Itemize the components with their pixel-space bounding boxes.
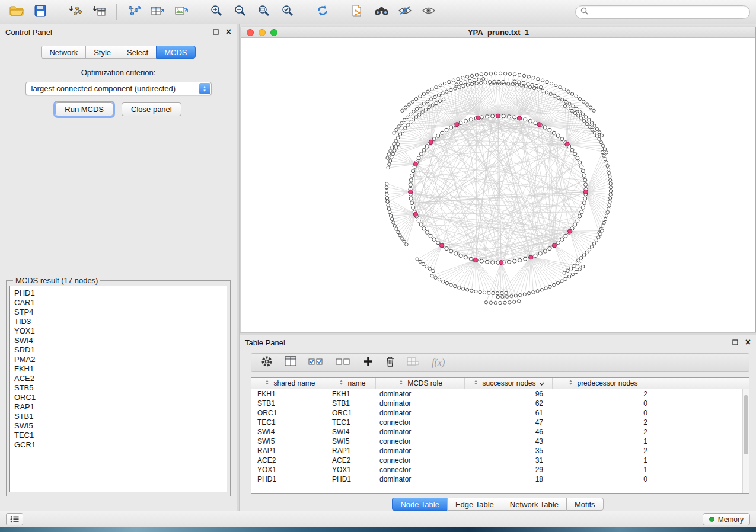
binoculars-icon — [374, 6, 389, 18]
zoom-selected-icon — [281, 4, 294, 20]
tab-select[interactable]: Select — [119, 46, 156, 59]
mcds-result-item[interactable]: ORC1 — [14, 393, 227, 402]
toolbar-separator — [305, 4, 305, 20]
show-columns-button[interactable] — [285, 356, 296, 369]
zoom-out-button[interactable] — [229, 3, 251, 21]
share-document-button[interactable] — [347, 3, 368, 21]
search-network-button[interactable] — [371, 3, 392, 21]
optimization-criterion-select[interactable]: largest connected component (undirected)… — [25, 82, 212, 95]
close-panel-icon[interactable]: × — [226, 27, 231, 37]
tab-edge-table[interactable]: Edge Table — [447, 498, 502, 511]
mcds-result-item[interactable]: SWI5 — [14, 421, 227, 431]
mcds-result-item[interactable]: SRD1 — [14, 345, 227, 355]
table-row[interactable]: ACE2ACE2connector311 — [251, 456, 742, 465]
table-cell: 0 — [553, 399, 653, 408]
mcds-result-item[interactable]: TEC1 — [14, 431, 227, 440]
tab-motifs[interactable]: Motifs — [566, 498, 604, 511]
table-row[interactable]: SWI4SWI4dominator462 — [251, 427, 742, 437]
zoom-fit-button[interactable] — [253, 3, 275, 21]
mcds-result-item[interactable]: ACE2 — [14, 374, 227, 383]
column-header-name[interactable]: name — [328, 378, 376, 389]
column-label: MCDS role — [407, 379, 442, 387]
close-window-icon[interactable] — [247, 29, 254, 36]
mcds-result-item[interactable]: FKH1 — [14, 364, 227, 374]
export-network-button[interactable] — [123, 3, 145, 21]
mcds-result-item[interactable]: PMA2 — [14, 355, 227, 364]
mcds-result-list[interactable]: PHD1CAR1STP4TID3YOX1SWI4SRD1PMA2FKH1ACE2… — [9, 286, 227, 492]
run-mcds-button[interactable]: Run MCDS — [55, 102, 113, 116]
select-all-button[interactable] — [308, 357, 324, 368]
tab-network[interactable]: Network — [41, 46, 85, 59]
minimize-window-icon[interactable] — [259, 29, 266, 36]
show-graphics-button[interactable] — [418, 3, 439, 21]
column-header-predecessor-nodes[interactable]: predecessor nodes — [553, 378, 653, 389]
import-table-button[interactable] — [88, 3, 110, 21]
float-panel-icon[interactable] — [732, 338, 738, 347]
delete-table-button[interactable] — [407, 357, 420, 368]
tab-style[interactable]: Style — [85, 46, 119, 59]
memory-button[interactable]: Memory — [703, 513, 750, 525]
scrollbar-thumb[interactable] — [744, 395, 748, 454]
mcds-result-item[interactable]: YOX1 — [14, 326, 227, 336]
column-header-mcds-role[interactable]: MCDS role — [376, 378, 465, 389]
close-panel-button[interactable]: Close panel — [122, 102, 181, 116]
toolbar-search[interactable] — [575, 5, 750, 19]
network-window-titlebar[interactable]: YPA_prune.txt_1 — [241, 27, 755, 38]
refresh-view-button[interactable] — [312, 3, 333, 21]
eye-icon — [422, 5, 436, 18]
mcds-result-item[interactable]: RAP1 — [14, 402, 227, 412]
toggle-graphics-details-button[interactable] — [394, 3, 416, 21]
search-input[interactable] — [592, 8, 745, 16]
maximize-window-icon[interactable] — [270, 29, 277, 36]
export-image-button[interactable] — [171, 3, 192, 21]
mcds-result-item[interactable]: TID3 — [14, 317, 227, 326]
delete-column-button[interactable] — [385, 356, 395, 369]
table-settings-button[interactable] — [261, 355, 273, 370]
tab-mcds[interactable]: MCDS — [156, 46, 195, 59]
eye-slash-icon — [398, 5, 412, 18]
zoom-out-icon — [234, 4, 247, 20]
zoom-in-button[interactable] — [206, 3, 227, 21]
checked-boxes-icon — [308, 358, 324, 368]
export-table-button[interactable] — [147, 3, 168, 21]
network-canvas[interactable] — [241, 38, 755, 332]
table-row[interactable]: FKH1FKH1dominator962 — [251, 389, 742, 399]
mcds-result-item[interactable]: GCR1 — [14, 440, 227, 450]
table-scrollbar[interactable] — [742, 389, 749, 493]
table-cell: ORC1 — [328, 409, 376, 417]
float-panel-icon[interactable] — [213, 28, 219, 37]
table-cell: SWI5 — [251, 437, 328, 446]
task-history-button[interactable] — [6, 513, 23, 525]
table-row[interactable]: YOX1YOX1connector291 — [251, 465, 742, 475]
mcds-result-title: MCDS result (17 nodes) — [13, 276, 100, 285]
mcds-result-item[interactable]: STB5 — [14, 383, 227, 393]
table-row[interactable]: TEC1TEC1connector472 — [251, 418, 742, 427]
column-header-shared-name[interactable]: shared name — [251, 378, 328, 389]
table-row[interactable]: STB1STB1dominator620 — [251, 399, 742, 408]
column-header-successor-nodes[interactable]: successor nodes — [465, 378, 553, 389]
zoom-selected-button[interactable] — [277, 3, 298, 21]
import-network-button[interactable] — [65, 3, 86, 21]
network-canvas-wrap — [241, 38, 755, 332]
table-cell: 43 — [465, 437, 553, 446]
table-cell: 1 — [553, 466, 653, 474]
add-column-button[interactable] — [363, 356, 374, 369]
open-session-button[interactable] — [6, 3, 27, 21]
deselect-all-button[interactable] — [336, 357, 351, 368]
function-builder-button[interactable]: f(x) — [432, 357, 445, 368]
mcds-result-item[interactable]: SWI4 — [14, 336, 227, 345]
desktop-background-strip — [0, 527, 756, 532]
mcds-result-item[interactable]: PHD1 — [14, 289, 227, 298]
table-row[interactable]: ORC1ORC1dominator610 — [251, 408, 742, 418]
save-session-button[interactable] — [30, 3, 51, 21]
table-cell: FKH1 — [251, 390, 328, 398]
table-row[interactable]: PHD1PHD1dominator180 — [251, 475, 742, 484]
tab-network-table[interactable]: Network Table — [502, 498, 566, 511]
table-row[interactable]: SWI5SWI5connector431 — [251, 437, 742, 446]
mcds-result-item[interactable]: STP4 — [14, 307, 227, 317]
mcds-result-item[interactable]: STB1 — [14, 412, 227, 421]
tab-node-table[interactable]: Node Table — [392, 498, 447, 511]
table-row[interactable]: RAP1RAP1dominator352 — [251, 446, 742, 456]
mcds-result-item[interactable]: CAR1 — [14, 298, 227, 307]
close-panel-icon[interactable]: × — [745, 338, 751, 347]
